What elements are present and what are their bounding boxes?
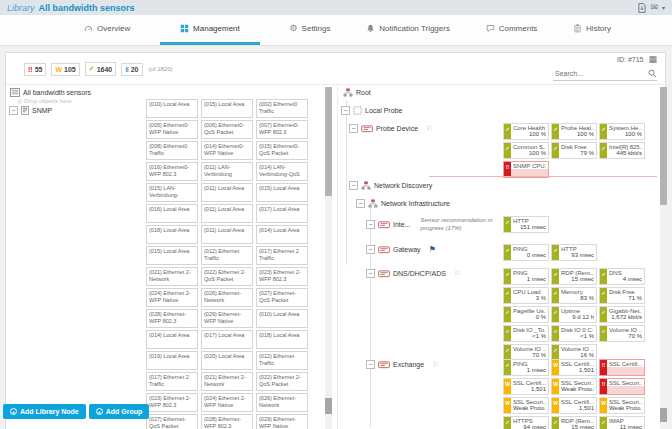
library-grid-item[interactable]: (017) Local Area	[201, 330, 253, 349]
collapse-icon[interactable]: −	[341, 106, 350, 115]
sensor-gigabit-net[interactable]: ✓Gigabit-Net...1,672 kbit/s	[599, 306, 645, 323]
sensor-ssl-certifi[interactable]: !!SSL Certifi...	[599, 359, 645, 376]
library-grid-item[interactable]: (011) LAN-Verbindung	[201, 162, 253, 181]
sensor-ssl-certifi[interactable]: WSSL Certifi...1,501	[551, 359, 597, 376]
status-count-up[interactable]: ✓1640	[85, 62, 116, 76]
library-grid-item[interactable]: (017) Local Area	[256, 204, 308, 223]
library-grid-item[interactable]: (028) Ethernet-WFP 802.3	[201, 414, 253, 429]
search-icon[interactable]	[648, 69, 657, 78]
library-grid-item[interactable]: (016) Ethernet0-WFP 802.3	[146, 162, 198, 181]
drop-objects-target[interactable]: ◎ Drop objects here	[17, 98, 72, 104]
left-scrollbar-end[interactable]	[325, 398, 332, 414]
tree-node-all-bandwidth-sensors[interactable]: All bandwidth sensors	[10, 88, 91, 97]
sensor-ssl-securi[interactable]: WSSL Securi...Weak Proto...	[503, 397, 549, 414]
library-grid-item[interactable]: (012) Ethernet Traffic	[256, 351, 308, 370]
sensor-https[interactable]: ✓HTTPS94 msec	[503, 416, 549, 429]
library-grid-item[interactable]: (024) Ethernet 2-WFP Native	[146, 288, 198, 307]
library-grid-item[interactable]: (023) Ethernet 2-WFP 802.3	[256, 267, 308, 286]
library-grid-item[interactable]: (006) Ethernet0-QoS Packet	[201, 120, 253, 139]
sensor-core-health[interactable]: ✓Core Health100 %	[503, 123, 549, 140]
search-box[interactable]	[553, 67, 657, 81]
tree-node-dns-dhcp-ads[interactable]: −DNS/DHCP/ADS⚐✓PING1 msec✓RDP (Rem...15 …	[339, 267, 659, 358]
library-grid-item[interactable]: (011) Local Area	[201, 204, 253, 223]
sensor-disk-io-to[interactable]: ✓Disk IO _To...<1 %	[503, 325, 549, 342]
library-grid-item[interactable]: (015) Ethernet0-QoS Packet	[256, 141, 308, 160]
library-grid-item[interactable]: (020) Local Area	[201, 351, 253, 370]
library-grid-item[interactable]: (027) Ethernet-QoS Packet	[256, 288, 308, 307]
library-grid-item[interactable]: (011) Local Area	[201, 183, 253, 202]
flag-icon[interactable]: ⚑	[429, 246, 436, 254]
sensor-disk-free[interactable]: ✓Disk Free79 %	[551, 142, 597, 159]
sensor-system-he[interactable]: ✓System He...100 %	[599, 123, 645, 140]
sensor-intel-r-825[interactable]: ✓Intel[R] 825...445 kbit/s	[599, 142, 645, 159]
library-grid-item[interactable]: (028) Ethernet-WFP 802.3	[146, 309, 198, 328]
status-count-paused[interactable]: ‖20	[121, 63, 142, 76]
library-grid-item[interactable]: (005) Ethernet0-WFP Native	[146, 120, 198, 139]
report-icon[interactable]	[638, 3, 646, 13]
library-grid-item[interactable]: (018) Local Area	[256, 330, 308, 349]
left-scrollbar-thumb[interactable]	[325, 87, 332, 196]
sensor-ssl-securi[interactable]: !!SSL Securi...	[599, 378, 645, 395]
library-grid-item[interactable]: (024) Ethernet 2-WFP Native	[201, 393, 253, 412]
library-grid-item[interactable]: (022) Ethernet 2-QoS Packet	[201, 267, 253, 286]
collapse-icon[interactable]: −	[356, 199, 365, 208]
qr-icon[interactable]: ▦	[648, 55, 657, 64]
tree-node-probe-device[interactable]: −Probe Device⚐✓Core Health100 %✓Probe He…	[339, 122, 659, 179]
status-count-down[interactable]: !!55	[24, 63, 46, 76]
sensor-rdp-rem[interactable]: ✓RDP (Rem...15 msec	[551, 416, 597, 429]
tree-node-root[interactable]: Root	[339, 86, 659, 104]
library-grid-item[interactable]: (007) Ethernet0-WFP 802.3	[256, 120, 308, 139]
library-grid-item[interactable]: (010) Local Area	[146, 99, 198, 118]
tree-node-gateway[interactable]: −Gateway⚑✓PING0 msec✓HTTP93 msec	[339, 243, 659, 267]
sensor-http[interactable]: ✓HTTP93 msec	[551, 244, 597, 261]
library-grid-item[interactable]: (014) Ethernet0-WFP Native	[201, 141, 253, 160]
sensor-ssl-securi[interactable]: WSSL Securi...Weak Proto...	[551, 378, 597, 395]
tree-node-network-infrastructure[interactable]: −Network Infrastructure	[339, 197, 659, 215]
flag-icon[interactable]: ⚐	[432, 361, 439, 369]
library-grid-item[interactable]: (019) Local Area	[146, 351, 198, 370]
library-grid-item[interactable]: (011) Local Area	[201, 225, 253, 244]
tab-overview[interactable]: Overview	[78, 15, 136, 45]
flag-icon[interactable]: ⚐	[426, 125, 433, 133]
library-grid-item[interactable]: (017) Ethernet 2 Traffic	[146, 372, 198, 391]
library-grid-item[interactable]: (029) Ethernet-WFP Native	[201, 309, 253, 328]
library-grid-item[interactable]: (018) Local Area	[146, 225, 198, 244]
sensor-volume-io[interactable]: ✓Volume IO ...70 %	[599, 325, 645, 342]
collapse-icon[interactable]: −	[366, 360, 375, 369]
tab-comments[interactable]: Comments	[480, 15, 544, 45]
sensor-probe-heal[interactable]: ✓Probe Heal...100 %	[551, 123, 597, 140]
status-count-warning[interactable]: W105	[51, 63, 79, 76]
library-grid-item[interactable]: (026) Ethernet-Network	[256, 393, 308, 412]
library-grid-item[interactable]: (017) Ethernet 2 Traffic	[256, 246, 308, 265]
library-grid-item[interactable]: (002) Ethernet0 Traffic	[256, 99, 308, 118]
sensor-ping[interactable]: ✓PING1 msec	[503, 268, 549, 285]
sensor-rdp-rem[interactable]: ✓RDP (Rem...15 msec	[551, 268, 597, 285]
library-grid-item[interactable]: (022) Ethernet 2-QoS Packet	[256, 372, 308, 391]
collapse-icon[interactable]: −	[349, 124, 358, 133]
tree-node-network-discovery[interactable]: −Network Discovery	[339, 179, 659, 197]
tree-node-exchange[interactable]: −Exchange⚐✓PING1 msecWSSL Certifi...1,50…	[339, 358, 659, 429]
sensor-uptime[interactable]: ✓Uptime9 d 12 h	[551, 306, 597, 323]
library-grid-item[interactable]: (021) Ethernet 2-Network	[201, 372, 253, 391]
sensor-dns[interactable]: ✓DNS4 msec	[599, 268, 645, 285]
library-grid-item[interactable]: (010) Local Area	[256, 309, 308, 328]
library-grid-item[interactable]: (014) Local Area	[146, 330, 198, 349]
library-grid-item[interactable]: (021) Ethernet 2-Network	[146, 267, 198, 286]
tab-notification-triggers[interactable]: Notification Triggers	[360, 15, 456, 45]
sensor-disk-free[interactable]: ✓Disk Free71 %	[599, 287, 645, 304]
library-grid-item[interactable]: (027) Ethernet-QoS Packet	[146, 414, 198, 429]
library-grid-item[interactable]: (023) Ethernet 2-WFP 802.3	[146, 393, 198, 412]
collapse-icon[interactable]: −	[366, 245, 375, 254]
sensor-common-s[interactable]: ✓Common S...100 %	[503, 142, 549, 159]
add-library-node-button[interactable]: + Add Library Node	[3, 404, 86, 419]
sensor-ping[interactable]: ✓PING1 msec	[503, 359, 549, 376]
sensor-memory[interactable]: ✓Memory83 %	[551, 287, 597, 304]
sensor-ssl-certifi[interactable]: WSSL Certifi...1,501	[551, 397, 597, 414]
library-grid-item[interactable]: (026) Ethernet-Network	[201, 288, 253, 307]
library-grid-item[interactable]: (008) Ethernet0 Traffic	[146, 141, 198, 160]
sensor-pagefile-us[interactable]: ✓Pagefile Us...0 %	[503, 306, 549, 323]
tree-node-inte[interactable]: −Inte...Sensor recommendation in progres…	[339, 215, 659, 243]
library-grid-item[interactable]: (014) Local Area	[256, 225, 308, 244]
collapse-icon[interactable]: −	[366, 269, 375, 278]
tree-node-local-probe[interactable]: −Local Probe	[339, 104, 659, 122]
